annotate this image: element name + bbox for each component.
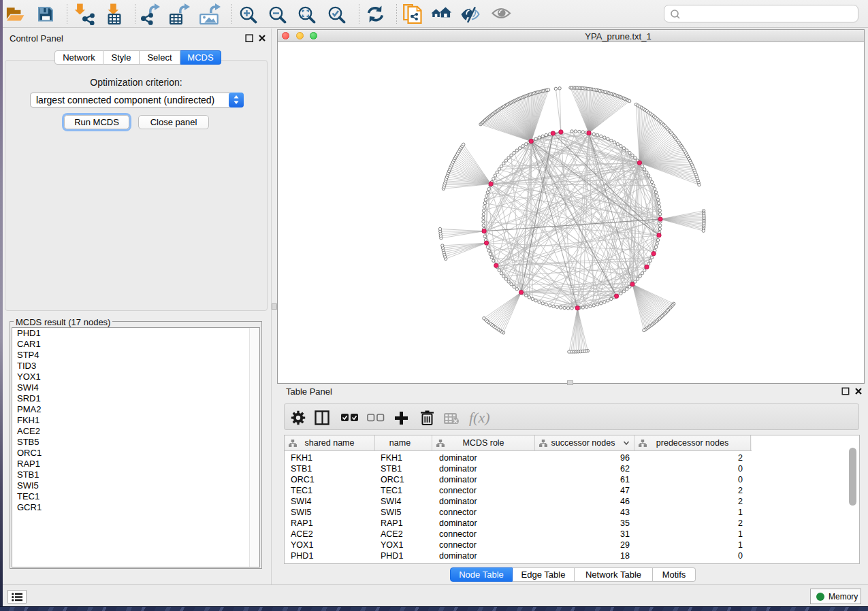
svg-text:f(x): f(x) xyxy=(469,409,490,426)
